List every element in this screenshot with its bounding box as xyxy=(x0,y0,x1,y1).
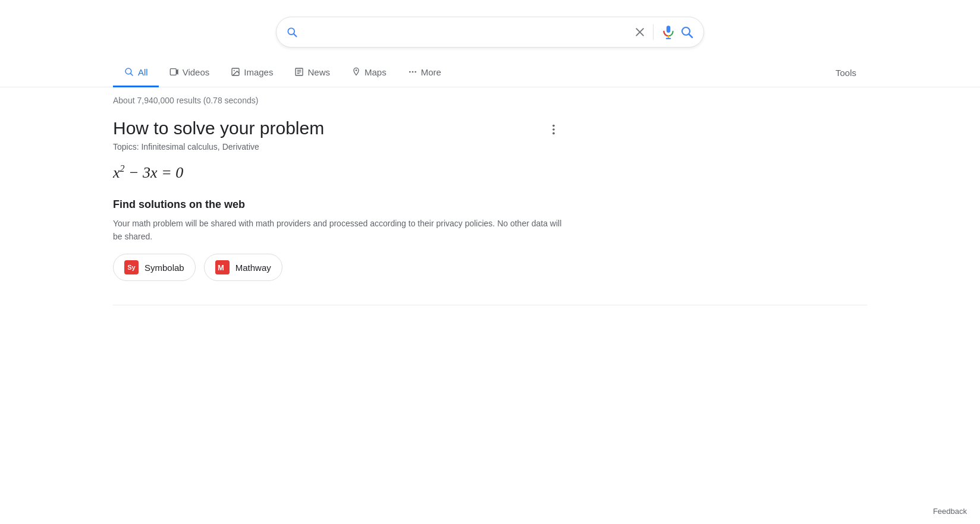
results-area: About 7,940,000 results (0.78 seconds) H… xyxy=(0,87,980,305)
svg-line-10 xyxy=(131,74,133,75)
tools-button[interactable]: Tools xyxy=(825,59,867,86)
svg-point-19 xyxy=(356,70,357,71)
map-pin-icon xyxy=(351,67,361,77)
search-button[interactable] xyxy=(680,25,694,39)
mathway-button[interactable]: M Mathway xyxy=(204,254,282,281)
search-divider xyxy=(653,24,654,40)
close-icon[interactable] xyxy=(634,26,646,38)
math-providers: Sy Symbolab M Mathway xyxy=(113,254,565,281)
svg-line-8 xyxy=(689,34,693,38)
search-bar: find the derivative of x^2-3x=0 xyxy=(276,17,704,48)
svg-point-14 xyxy=(234,70,235,71)
tools-label: Tools xyxy=(835,68,856,78)
image-icon xyxy=(231,67,240,77)
svg-rect-4 xyxy=(667,26,671,33)
tab-maps-label: Maps xyxy=(365,67,387,77)
symbolab-button[interactable]: Sy Symbolab xyxy=(113,254,196,281)
math-card-title: How to solve your problem xyxy=(113,118,324,138)
svg-point-20 xyxy=(409,71,411,73)
math-card-header: How to solve your problem Topics: Infini… xyxy=(113,118,565,163)
svg-point-24 xyxy=(552,128,555,131)
svg-point-21 xyxy=(412,71,413,73)
math-card: How to solve your problem Topics: Infini… xyxy=(113,118,565,281)
mic-icon[interactable] xyxy=(661,24,676,40)
symbolab-label: Symbolab xyxy=(145,263,184,273)
video-icon xyxy=(169,67,179,77)
tab-news-label: News xyxy=(307,67,330,77)
svg-point-22 xyxy=(414,71,416,73)
mathway-logo: M xyxy=(215,260,230,274)
feedback-label[interactable]: Feedback xyxy=(933,507,967,516)
svg-point-23 xyxy=(552,125,555,127)
more-dots-icon xyxy=(408,67,417,77)
svg-line-1 xyxy=(294,34,297,37)
find-solutions-desc: Your math problem will be shared with ma… xyxy=(113,217,565,244)
search-input[interactable]: find the derivative of x^2-3x=0 xyxy=(304,26,634,39)
mathway-label: Mathway xyxy=(235,263,271,273)
tab-videos-label: Videos xyxy=(183,67,210,77)
google-search-icon xyxy=(286,26,298,38)
svg-rect-11 xyxy=(170,69,176,75)
news-icon xyxy=(294,67,304,77)
nav-tabs: All Videos Images xyxy=(0,58,980,87)
tab-videos[interactable]: Videos xyxy=(159,59,221,87)
bottom-divider xyxy=(113,305,867,305)
tab-images[interactable]: Images xyxy=(220,59,284,87)
tab-all-label: All xyxy=(138,67,148,77)
tab-more[interactable]: More xyxy=(397,59,452,87)
tab-more-label: More xyxy=(421,67,441,77)
tab-images-label: Images xyxy=(244,67,273,77)
tab-news[interactable]: News xyxy=(284,59,341,87)
tab-all[interactable]: All xyxy=(113,58,159,87)
math-equation: x2 − 3x = 0 xyxy=(113,163,565,182)
feedback-bar: Feedback xyxy=(920,498,980,524)
math-card-titles: How to solve your problem Topics: Infini… xyxy=(113,118,324,163)
find-solutions-title: Find solutions on the web xyxy=(113,198,565,211)
search-bar-container: find the derivative of x^2-3x=0 xyxy=(0,0,980,58)
card-more-options-button[interactable] xyxy=(542,121,565,142)
symbolab-logo: Sy xyxy=(124,260,139,274)
svg-point-25 xyxy=(552,132,555,135)
results-stats: About 7,940,000 results (0.78 seconds) xyxy=(113,96,867,105)
all-tab-icon xyxy=(124,67,134,77)
svg-text:M: M xyxy=(218,263,224,272)
tab-maps[interactable]: Maps xyxy=(341,59,397,87)
math-topics: Topics: Infinitesimal calculus, Derivati… xyxy=(113,142,324,151)
